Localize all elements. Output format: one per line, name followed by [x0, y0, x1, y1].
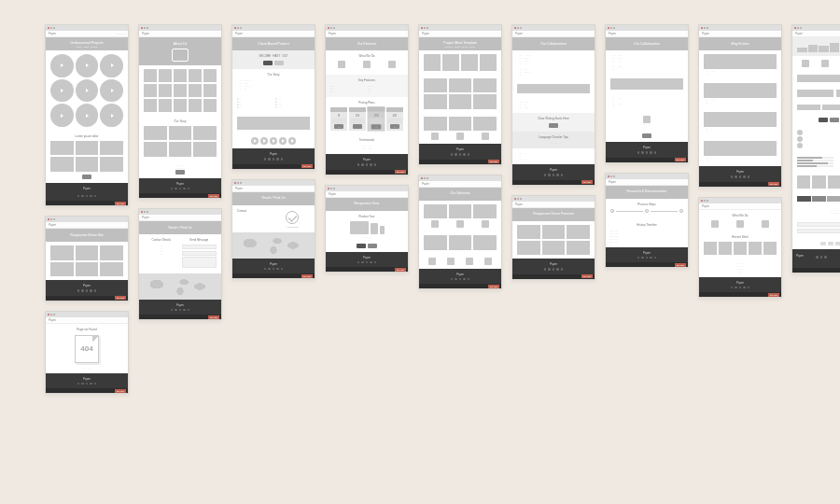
page-title: Responsive Demo Premium: [533, 212, 574, 216]
feature-icon: [338, 61, 345, 68]
buy-button[interactable]: Buy Now: [768, 182, 779, 186]
pricing-plan-featured[interactable]: 29—: [367, 106, 385, 131]
blog-image[interactable]: [704, 83, 777, 98]
page-title: Reach / Find Us: [261, 196, 285, 200]
column-7: Paper Our Collaboration — — — — —— — — —…: [605, 24, 689, 268]
buy-button[interactable]: Buy Now: [488, 160, 499, 163]
page-title: About Us: [174, 42, 187, 46]
thumb[interactable]: [100, 141, 123, 155]
blog-image[interactable]: [704, 112, 777, 127]
social-icon[interactable]: [251, 137, 259, 145]
feature-icon: [388, 61, 396, 68]
buy-button[interactable]: Buy Now: [768, 293, 779, 297]
column-9: Paper•••• ——— ——— — — — — — — — — — — — …: [791, 24, 840, 273]
buy-button[interactable]: Buy Now: [581, 274, 593, 278]
social-icon[interactable]: [270, 137, 277, 145]
buy-button[interactable]: Buy Now: [675, 158, 686, 161]
buy-button[interactable]: Buy Now: [208, 315, 219, 319]
button[interactable]: —: [830, 118, 839, 122]
logo[interactable]: Paper: [49, 318, 56, 322]
wireframe-about: Paper About Us Our Story — — — — —— — — …: [138, 24, 222, 199]
step-icon: [610, 209, 614, 213]
buy-button[interactable]: Buy Now: [115, 202, 126, 205]
email-input[interactable]: [182, 251, 217, 256]
world-map[interactable]: [139, 273, 221, 300]
play-icon[interactable]: [100, 54, 123, 77]
pricing-plan[interactable]: 9—: [330, 107, 347, 131]
play-icon[interactable]: [50, 54, 74, 77]
thumb[interactable]: [100, 157, 123, 171]
tag[interactable]: —: [820, 242, 826, 245]
page-title: Undiscovered Projects: [70, 41, 103, 45]
checkmark-icon: [286, 211, 299, 224]
buy-button[interactable]: Buy Now: [395, 268, 406, 272]
text-input[interactable]: [797, 222, 840, 227]
column-2: Paper About Us Our Story — — — — —— — — …: [138, 24, 222, 320]
button[interactable]: —: [274, 61, 284, 65]
social-icon[interactable]: [260, 137, 268, 145]
column-1: Paper•••• Undiscovered ProjectsVideos · …: [45, 24, 129, 394]
button[interactable]: —: [819, 118, 828, 122]
name-input[interactable]: [182, 245, 217, 249]
buy-button[interactable]: Buy Now: [208, 194, 219, 198]
button[interactable]: —: [368, 244, 377, 248]
page-title: Cloud-Based Product: [258, 42, 288, 46]
social-icon[interactable]: [279, 137, 287, 145]
thumb[interactable]: [76, 141, 99, 155]
blog-image[interactable]: [704, 141, 777, 156]
image-placeholder: [237, 117, 310, 130]
buy-button[interactable]: Buy Now: [301, 274, 313, 278]
buy-button[interactable]: Buy Now: [115, 389, 126, 393]
tablet-icon: [371, 223, 378, 234]
wireframe-styleguide: Paper•••• ——— ——— — — — — — — — — — — — …: [791, 24, 840, 273]
cta-button[interactable]: —: [175, 170, 185, 175]
play-icon[interactable]: [76, 79, 99, 103]
play-icon[interactable]: [76, 54, 99, 77]
buy-button[interactable]: Buy Now: [115, 296, 126, 300]
play-icon[interactable]: [100, 104, 123, 127]
cta-button[interactable]: —: [642, 133, 651, 138]
play-icon[interactable]: [100, 79, 123, 103]
page-title: Page not Found: [50, 328, 123, 331]
logo[interactable]: Paper: [49, 223, 56, 227]
text-input[interactable]: [797, 229, 840, 233]
cta-button[interactable]: —: [82, 175, 91, 179]
page-title: Our Collaboration: [540, 42, 566, 46]
pricing-plan[interactable]: 19—: [349, 107, 366, 131]
button[interactable]: —: [263, 61, 273, 65]
wireframe-research: Paper Research & Documentation Process S…: [605, 173, 689, 269]
world-map[interactable]: [232, 232, 315, 259]
logo[interactable]: Paper: [49, 32, 56, 35]
play-icon[interactable]: [76, 104, 99, 127]
cta-button[interactable]: —: [549, 123, 558, 128]
wireframe-features: Paper Our Features What We Do— — — Key F…: [325, 24, 409, 175]
wireframe-contact-sent: Paper Reach / Find Us Contact———— Messag…: [231, 179, 315, 280]
wireframe-responsive: Paper Responsive View Product Tour — — —…: [325, 185, 409, 273]
thumb[interactable]: [50, 157, 74, 171]
page-title: Research & Documentation: [627, 189, 667, 193]
image-placeholder: [517, 84, 590, 93]
blog-image[interactable]: [704, 54, 777, 69]
thumb[interactable]: [76, 157, 99, 171]
pricing-plan[interactable]: 49—: [386, 107, 403, 131]
buy-button[interactable]: Buy Now: [581, 180, 593, 184]
message-textarea[interactable]: [182, 257, 217, 268]
document-icon: 404: [75, 335, 99, 363]
nav-menu[interactable]: ••••: [117, 33, 125, 35]
wireframe-work: Paper What We Do Recent Work — — — — —— …: [698, 197, 782, 299]
buy-button[interactable]: Buy Now: [488, 285, 499, 288]
image-placeholder-icon: [172, 49, 189, 62]
play-icon[interactable]: [50, 104, 74, 127]
social-icon[interactable]: [288, 137, 296, 145]
buy-button[interactable]: Buy Now: [395, 170, 406, 174]
buy-button[interactable]: Buy Now: [675, 263, 686, 267]
wireframe-collab: Paper Our Collaboration — — — — —— — — —…: [605, 24, 689, 163]
wireframe-portfolio: Paper•••• Undiscovered ProjectsVideos · …: [45, 24, 129, 206]
phone-icon: [380, 226, 385, 234]
button[interactable]: —: [357, 244, 366, 248]
buy-button[interactable]: Buy Now: [301, 164, 313, 168]
column-8: Paper Blog Entries — — — — —— — — — — — …: [698, 24, 782, 298]
play-icon[interactable]: [50, 79, 74, 103]
thumb[interactable]: [50, 141, 74, 155]
wireframe-article: Paper Our Collaboration — — — — — —— — —…: [511, 24, 595, 186]
